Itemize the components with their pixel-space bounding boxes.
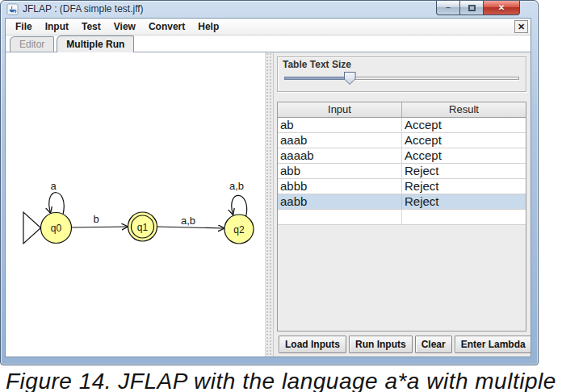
transition-label-q0-q1: b (93, 213, 99, 225)
table-row[interactable]: aaaab Accept (278, 148, 526, 164)
menu-convert[interactable]: Convert (142, 19, 191, 35)
table-row[interactable]: ab Accept (278, 118, 526, 133)
result-cell[interactable]: Reject (402, 179, 526, 194)
menu-test[interactable]: Test (75, 19, 107, 35)
state-label-q1: q1 (137, 222, 149, 233)
result-cell[interactable]: Accept (402, 133, 526, 148)
minimize-icon: – (446, 3, 451, 12)
table-header: Input Result (278, 102, 526, 118)
table-row[interactable]: abb Reject (278, 164, 526, 179)
slider-thumb[interactable] (344, 72, 356, 85)
table-text-size-label: Table Text Size (283, 59, 521, 70)
table-text-size-group: Table Text Size (277, 56, 526, 92)
jflap-window: JFLAP : (DFA simple test.jff) – ✕ File I… (0, 0, 539, 365)
transition-q1-q2 (157, 227, 224, 228)
run-toolbar: Load Inputs Run Inputs Clear Enter Lambd… (276, 332, 527, 354)
load-inputs-button[interactable]: Load Inputs (279, 336, 346, 353)
slider-thumb-face (345, 73, 355, 84)
menu-bar: File Input Test View Convert Help ✕ (6, 19, 531, 35)
java-icon (6, 3, 19, 15)
initial-state-arrow (23, 212, 41, 244)
input-cell[interactable]: aaaab (278, 148, 402, 163)
result-cell[interactable]: Accept (402, 118, 526, 132)
result-cell[interactable] (402, 210, 526, 224)
table-text-size-slider[interactable] (283, 71, 521, 85)
split-pane-divider[interactable] (265, 52, 274, 357)
run-inputs-button[interactable]: Run Inputs (349, 336, 413, 353)
dismiss-tab-button[interactable]: ✕ (514, 20, 528, 33)
enter-lambda-button[interactable]: Enter Lambda (455, 336, 531, 353)
client-area: File Input Test View Convert Help ✕ Edit… (5, 18, 531, 357)
input-cell[interactable]: abb (278, 164, 402, 178)
window-title: JFLAP : (DFA simple test.jff) (23, 3, 144, 15)
clear-button[interactable]: Clear (415, 336, 452, 353)
results-table: Input Result ab Accept aaab Accept aaa (277, 102, 526, 332)
slider-track-filled[interactable] (284, 77, 351, 80)
input-cell[interactable]: aabb (278, 194, 402, 209)
automaton-canvas[interactable]: a b a,b a,b q0 (6, 52, 265, 357)
close-icon: ✕ (498, 3, 505, 12)
close-button[interactable]: ✕ (483, 1, 520, 15)
state-label-q2: q2 (233, 224, 245, 236)
transition-q2-loop (232, 195, 247, 217)
maximize-icon (468, 5, 476, 11)
column-header-input[interactable]: Input (278, 102, 402, 117)
menu-view[interactable]: View (107, 19, 142, 35)
menu-file[interactable]: File (9, 19, 39, 35)
title-bar[interactable]: JFLAP : (DFA simple test.jff) – ✕ (1, 1, 538, 18)
content-area: a b a,b a,b q0 (6, 52, 531, 357)
column-header-result[interactable]: Result (402, 102, 526, 117)
input-cell[interactable] (278, 210, 402, 224)
menu-help[interactable]: Help (191, 19, 225, 35)
tab-multiple-run[interactable]: Multiple Run (57, 35, 134, 52)
result-cell[interactable]: Reject (402, 164, 526, 178)
input-cell[interactable]: abbb (278, 179, 402, 194)
input-cell[interactable]: aaab (278, 133, 402, 148)
table-empty-area (278, 225, 526, 331)
maximize-button[interactable] (459, 1, 483, 15)
dfa-diagram: a b a,b a,b q0 (6, 52, 265, 357)
tab-editor[interactable]: Editor (10, 36, 54, 52)
input-cell[interactable]: ab (278, 118, 402, 132)
result-cell[interactable]: Reject (402, 194, 526, 209)
transition-q0-q1 (72, 227, 128, 227)
page: JFLAP : (DFA simple test.jff) – ✕ File I… (0, 0, 562, 392)
table-row-empty[interactable] (278, 210, 526, 225)
figure-caption: Figure 14. JFLAP with the language a*a w… (6, 369, 556, 392)
result-cell[interactable]: Accept (402, 148, 526, 163)
transition-q0-loop (49, 193, 64, 215)
state-label-q0: q0 (51, 223, 62, 234)
dismiss-x-icon: ✕ (518, 22, 525, 32)
table-row[interactable]: abbb Reject (278, 179, 526, 194)
table-row-selected[interactable]: aabb Reject (278, 194, 526, 210)
table-row[interactable]: aaab Accept (278, 133, 526, 148)
tab-strip: Editor Multiple Run (6, 35, 531, 52)
slider-track[interactable] (350, 77, 519, 80)
window-controls: – ✕ (436, 1, 520, 15)
minimize-button[interactable]: – (436, 1, 459, 15)
transition-label-q2-loop: a,b (229, 180, 244, 192)
transition-label-q1-q2: a,b (181, 215, 195, 227)
transition-label-q0-loop: a (50, 180, 57, 192)
menu-input[interactable]: Input (39, 19, 75, 35)
run-panel: Table Text Size Input Result (274, 52, 531, 357)
